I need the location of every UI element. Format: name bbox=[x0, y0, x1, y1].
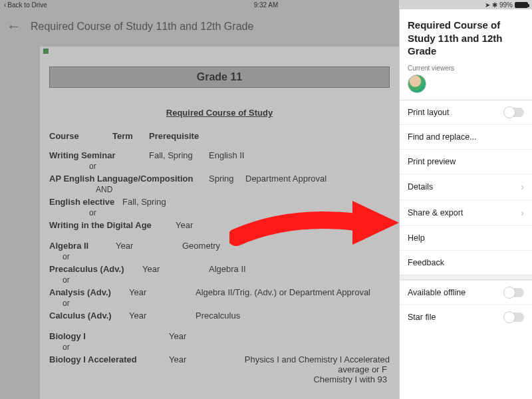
panel-separator bbox=[400, 275, 532, 280]
menu-help[interactable]: Help bbox=[400, 225, 532, 250]
overflow-menu-panel: Required Course of Study 11th and 12th G… bbox=[399, 9, 532, 399]
chevron-right-icon: › bbox=[521, 182, 524, 192]
course-row: Writing SeminarFall, SpringEnglish II bbox=[49, 150, 390, 160]
battery-pct: 99% bbox=[499, 1, 513, 9]
course-row: Algebra IIYearGeometry bbox=[49, 241, 390, 251]
main-document-area: ← Required Course of Study 11th and 12th… bbox=[0, 0, 399, 399]
current-viewers-label: Current viewers bbox=[400, 65, 532, 74]
course-row: Analysis (Adv.)YearAlgebra II/Trig. (Adv… bbox=[49, 287, 390, 297]
course-row: AP English Language/CompositionSpringDep… bbox=[49, 174, 390, 184]
menu-label: Details bbox=[408, 182, 433, 192]
course-row: Biology I AcceleratedYearPhysics I and C… bbox=[49, 354, 390, 364]
back-arrow-icon[interactable]: ← bbox=[7, 18, 21, 35]
back-label: Back to Drive bbox=[7, 1, 47, 9]
menu-label: Find and replace... bbox=[408, 132, 477, 142]
and-label: AND bbox=[49, 185, 390, 194]
menu-print-preview[interactable]: Print preview bbox=[400, 149, 532, 174]
chevron-left-icon: ‹ bbox=[4, 1, 6, 9]
col-term: Term bbox=[112, 131, 149, 141]
course-row: Writing in the Digital AgeYear bbox=[49, 220, 390, 230]
menu-share-export[interactable]: Share & export › bbox=[400, 200, 532, 225]
status-time: 9:32 AM bbox=[137, 1, 395, 9]
col-course: Course bbox=[49, 131, 112, 141]
bluetooth-icon: ✱ bbox=[492, 1, 497, 9]
document-surface[interactable]: Grade 11 Required Course of Study Course… bbox=[40, 47, 399, 399]
title-bar: ← Required Course of Study 11th and 12th… bbox=[0, 9, 399, 44]
prereq-line: average or F bbox=[49, 364, 390, 374]
column-headers: Course Term Prerequisite bbox=[49, 131, 390, 141]
chevron-right-icon: › bbox=[521, 207, 524, 218]
or-label: or bbox=[49, 342, 390, 352]
menu-find-replace[interactable]: Find and replace... bbox=[400, 124, 532, 149]
panel-title: Required Course of Study 11th and 12th G… bbox=[400, 9, 532, 65]
prereq-line: Chemistry I with 93 bbox=[49, 374, 390, 384]
section-title: Required Course of Study bbox=[49, 108, 390, 118]
menu-label: Share & export bbox=[408, 208, 463, 217]
menu-feedback[interactable]: Feedback bbox=[400, 250, 532, 275]
toggle-icon[interactable] bbox=[504, 313, 524, 322]
menu-print-layout[interactable]: Print layout bbox=[400, 100, 532, 124]
or-label: or bbox=[49, 208, 390, 217]
col-prereq: Prerequisite bbox=[149, 131, 390, 141]
battery-icon bbox=[515, 2, 528, 8]
document-title: Required Course of Study 11th and 12th G… bbox=[31, 21, 253, 33]
course-row: Precalculus (Adv.)YearAlgebra II bbox=[49, 264, 390, 274]
viewer-avatar[interactable] bbox=[408, 74, 426, 93]
menu-star-file[interactable]: Star file bbox=[400, 305, 532, 329]
menu-label: Print layout bbox=[408, 108, 450, 117]
menu-details[interactable]: Details › bbox=[400, 174, 532, 200]
menu-label: Star file bbox=[408, 313, 436, 322]
back-to-drive[interactable]: ‹ Back to Drive bbox=[4, 1, 137, 9]
grade-header: Grade 11 bbox=[49, 66, 390, 88]
toggle-icon[interactable] bbox=[504, 108, 524, 117]
course-row: Biology IYear bbox=[49, 331, 390, 341]
menu-available-offline[interactable]: Available offline bbox=[400, 280, 532, 305]
location-icon: ➤ bbox=[485, 1, 490, 9]
menu-label: Help bbox=[408, 233, 425, 243]
or-label: or bbox=[49, 275, 390, 285]
document-content: Grade 11 Required Course of Study Course… bbox=[40, 47, 399, 384]
or-label: or bbox=[49, 299, 390, 308]
or-label: or bbox=[49, 162, 390, 171]
course-row: Calculus (Adv.)YearPrecalculus bbox=[49, 311, 390, 321]
page-indicator bbox=[43, 49, 49, 54]
or-label: or bbox=[49, 252, 390, 261]
course-row: English electiveFall, Spring bbox=[49, 197, 390, 207]
menu-label: Print preview bbox=[408, 157, 456, 166]
toggle-icon[interactable] bbox=[504, 288, 524, 297]
status-bar: ‹ Back to Drive 9:32 AM ➤ ✱ 99% bbox=[0, 0, 532, 9]
menu-label: Available offline bbox=[408, 288, 466, 297]
status-right: ➤ ✱ 99% bbox=[395, 1, 528, 9]
menu-label: Feedback bbox=[408, 258, 444, 267]
